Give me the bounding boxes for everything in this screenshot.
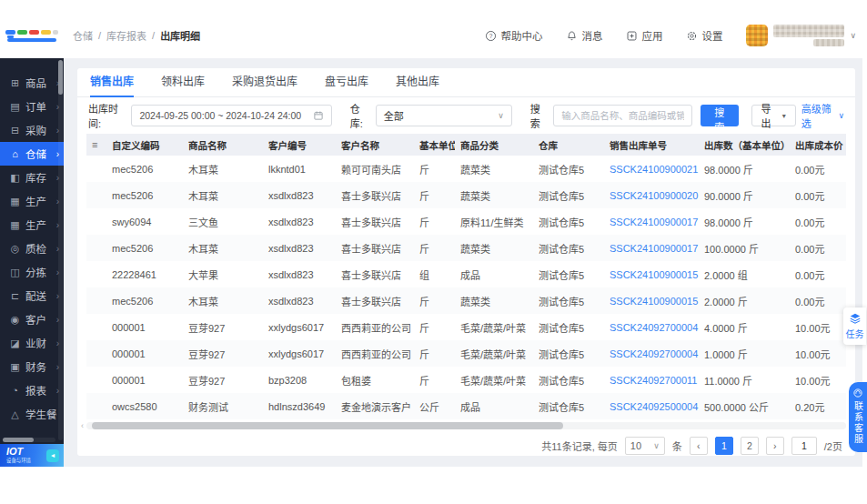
date-range-picker[interactable]: 2024-09-25 00:00 ~ 2024-10-24 24:00 bbox=[131, 105, 331, 126]
page-size-select[interactable]: 10 ∨ bbox=[625, 437, 665, 455]
sidebar-item-goods[interactable]: ⊞商品› bbox=[0, 71, 64, 95]
table-cell: swy6094 bbox=[106, 208, 183, 235]
table-cell: 98.0000 斤 bbox=[699, 208, 790, 235]
horizontal-scrollbar[interactable] bbox=[86, 422, 846, 429]
table-cell: xsdlxd823 bbox=[263, 182, 336, 208]
sidebar-item-finance[interactable]: ▣财务› bbox=[0, 355, 64, 378]
search-button[interactable]: 搜索 bbox=[701, 105, 738, 126]
sidebar-item-sorting[interactable]: ◫分拣› bbox=[0, 260, 64, 284]
table-cell: 毛菜/蔬菜/叶菜 bbox=[455, 340, 533, 367]
sidebar-horizontal-scrollbar[interactable] bbox=[3, 438, 55, 442]
task-float-button[interactable]: 任务 bbox=[843, 307, 866, 345]
page-number-button[interactable]: 2 bbox=[741, 437, 759, 455]
table-cell: lkkntd01 bbox=[263, 156, 336, 182]
table-cell: 蔬菜类 bbox=[455, 182, 533, 208]
scrollbar-thumb[interactable] bbox=[58, 60, 63, 95]
advanced-filter-toggle[interactable]: 高级筛选 ∨ bbox=[801, 101, 844, 130]
table-cell: 测试仓库5 bbox=[533, 287, 604, 314]
breadcrumb-item[interactable]: 库存报表 bbox=[106, 28, 146, 43]
sidebar-item-label: 财务 bbox=[25, 359, 52, 374]
tab-material-outbound[interactable]: 领料出库 bbox=[161, 73, 205, 96]
sidebar-item-warehouse[interactable]: ⌂仓储› bbox=[0, 142, 64, 166]
sidebar-item-purchase[interactable]: ⊟采购› bbox=[0, 118, 64, 142]
breadcrumb-item[interactable]: 仓储 bbox=[73, 28, 93, 43]
table-cell: 豆芽927 bbox=[183, 367, 263, 393]
outbound-order-link[interactable]: SSCK24100900017 bbox=[610, 217, 698, 227]
table-cell: 原料11/生鲜类 bbox=[455, 208, 533, 235]
sidebar-item-student-meal[interactable]: △学生餐 bbox=[0, 402, 64, 426]
table-cell: 22228461 bbox=[106, 261, 183, 287]
export-button[interactable]: 导出 ▾ bbox=[751, 105, 796, 126]
table-cell: 大苹果 bbox=[183, 261, 263, 287]
outbound-order-link[interactable]: SSCK24092700004 bbox=[610, 322, 698, 333]
chevron-down-icon: ∨ bbox=[850, 31, 856, 40]
table-cell: SSCK24092500004 bbox=[604, 393, 699, 419]
table-cell: 测试仓库5 bbox=[533, 393, 604, 419]
column-header: 出库数（基本单位） bbox=[699, 134, 790, 156]
table-cell: SSCK24100900021 bbox=[604, 156, 699, 182]
outbound-order-link[interactable]: SSCK24092500004 bbox=[610, 401, 698, 412]
iot-banner[interactable]: IOT 设备与环境 ◂ bbox=[0, 444, 64, 467]
tab-purchase-return-outbound[interactable]: 采购退货出库 bbox=[232, 73, 297, 96]
sidebar-vertical-scrollbar[interactable] bbox=[58, 60, 63, 440]
column-settings-icon[interactable]: ≡ bbox=[92, 139, 97, 150]
page-jump-input[interactable] bbox=[791, 437, 817, 455]
tab-inventory-loss-outbound[interactable]: 盘亏出库 bbox=[325, 73, 368, 96]
table-cell: 0.00元 bbox=[790, 261, 846, 287]
scrollbar-thumb[interactable] bbox=[92, 422, 563, 429]
date-range-value: 2024-09-25 00:00 ~ 2024-10-24 24:00 bbox=[139, 110, 307, 121]
sidebar-item-report[interactable]: ◔报表› bbox=[0, 378, 64, 402]
sidebar-item-business-finance[interactable]: ◪业财› bbox=[0, 331, 64, 355]
outbound-order-link[interactable]: SSCK24100900015 bbox=[610, 296, 698, 307]
customer-service-float-button[interactable]: 联系客服 bbox=[849, 382, 867, 452]
sidebar-item-orders[interactable]: ▤订单› bbox=[0, 95, 64, 118]
sidebar-item-production-2[interactable]: ▦生产› bbox=[0, 213, 64, 237]
apps-label: 应用 bbox=[641, 28, 662, 43]
help-center-button[interactable]: ? 帮助中心 bbox=[485, 28, 542, 43]
outbound-order-link[interactable]: SSCK24100900020 bbox=[610, 190, 698, 201]
scrollbar-thumb[interactable] bbox=[3, 438, 34, 442]
column-header: 基本单位 bbox=[414, 134, 455, 156]
app-page: 仓储/库存报表/出库明细 ? 帮助中心 消息 应用 设置 bbox=[0, 0, 867, 504]
logo-bar-red bbox=[29, 30, 39, 35]
sidebar-item-customer[interactable]: ◉客户› bbox=[0, 307, 64, 331]
table-cell: 测试仓库5 bbox=[533, 235, 604, 261]
sidebar-item-delivery[interactable]: ⊏配送› bbox=[0, 284, 64, 307]
table-cell: xxlydgs6017 bbox=[263, 340, 336, 367]
apps-button[interactable]: 应用 bbox=[626, 28, 662, 43]
search-input[interactable] bbox=[553, 105, 692, 126]
prev-page-button[interactable]: ‹ bbox=[690, 437, 708, 455]
horizontal-scroll-row: ‹ › bbox=[81, 421, 852, 429]
user-menu[interactable]: ∨ bbox=[746, 25, 856, 46]
sidebar-item-label: 采购 bbox=[25, 123, 52, 137]
sidebar-item-inventory[interactable]: ◧库存› bbox=[0, 166, 64, 189]
table-cell: 成品 bbox=[455, 261, 533, 287]
outbound-order-link[interactable]: SSCK24100900017 bbox=[610, 243, 698, 254]
tab-sales-outbound[interactable]: 销售出库 bbox=[90, 73, 134, 96]
table-cell: 豆芽927 bbox=[183, 340, 263, 367]
goods-icon: ⊞ bbox=[9, 77, 21, 89]
next-page-button[interactable]: › bbox=[766, 437, 784, 455]
table-cell: mec5206 bbox=[106, 235, 183, 261]
outbound-order-link[interactable]: SSCK24092700004 bbox=[610, 348, 698, 359]
page-number-button[interactable]: 1 bbox=[715, 437, 733, 455]
messages-button[interactable]: 消息 bbox=[566, 28, 602, 43]
outbound-order-link[interactable]: SSCK24100900021 bbox=[610, 164, 698, 175]
table-cell: SSCK24100900017 bbox=[604, 235, 699, 261]
table-cell: 98.0000 斤 bbox=[699, 156, 790, 182]
table-cell: 斤 bbox=[414, 314, 455, 340]
app-logo[interactable] bbox=[0, 30, 64, 42]
sidebar-item-production-1[interactable]: ▦生产› bbox=[0, 189, 64, 213]
pagination-unit-label: 条 bbox=[672, 438, 682, 453]
sidebar-item-label: 报表 bbox=[25, 383, 52, 398]
chevron-down-icon: ∨ bbox=[498, 111, 504, 120]
table-cell: mec5206 bbox=[106, 182, 183, 208]
tab-other-outbound[interactable]: 其他出库 bbox=[396, 73, 439, 96]
outbound-order-link[interactable]: SSCK24100900015 bbox=[610, 269, 698, 280]
scroll-left-arrow[interactable]: ‹ bbox=[81, 421, 84, 430]
warehouse-select[interactable]: 全部 ∨ bbox=[376, 105, 512, 126]
outbound-order-link[interactable]: SSCK24092700011 bbox=[610, 375, 697, 386]
pagination: 共11条记录, 每页 10 ∨ 条 ‹ 12 › /2页 bbox=[77, 429, 855, 455]
settings-button[interactable]: 设置 bbox=[686, 28, 722, 43]
sidebar-item-quality[interactable]: ◎质检› bbox=[0, 237, 64, 260]
